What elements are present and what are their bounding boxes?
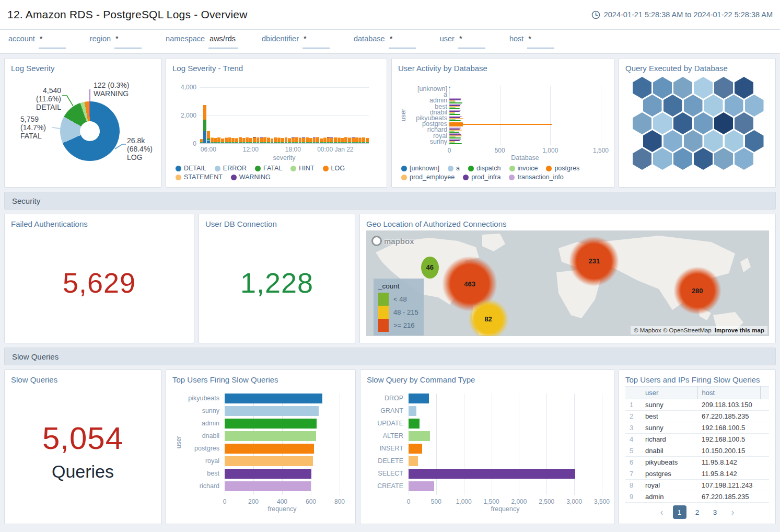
trend-bar[interactable] (302, 137, 305, 143)
geo-map[interactable]: mapbox _count < 4848 - 215>= 216 © Mapbo… (366, 230, 769, 336)
hex-cell[interactable] (633, 112, 651, 134)
hex-cell[interactable] (684, 95, 703, 117)
legend-item-statement[interactable]: STATEMENT (176, 174, 223, 181)
trend-bar[interactable] (330, 137, 333, 143)
log-severity-donut[interactable] (60, 101, 120, 161)
trend-bar[interactable] (292, 137, 295, 143)
hex-cell[interactable] (694, 112, 713, 134)
bar-pikyubeats[interactable] (225, 394, 322, 403)
bar-best[interactable] (225, 469, 311, 479)
bar-dispatch[interactable] (449, 108, 460, 109)
legend-item-a[interactable]: a (448, 165, 460, 172)
trend-bar[interactable] (288, 138, 291, 143)
hex-cell[interactable] (704, 95, 723, 117)
bar-[unknown][interactable] (449, 87, 450, 88)
trend-bar[interactable] (214, 138, 217, 143)
hex-cell[interactable] (714, 77, 733, 99)
hex-cell[interactable] (663, 130, 682, 152)
filter-value-input[interactable]: aws/rds (208, 34, 238, 49)
hex-cell[interactable] (673, 77, 692, 99)
hex-cell[interactable] (673, 112, 692, 134)
trend-bar[interactable] (253, 137, 256, 143)
legend-item-warning[interactable]: WARNING (231, 174, 271, 181)
filter-value-input[interactable]: * (389, 34, 416, 49)
trend-bar[interactable] (200, 139, 203, 143)
hex-cell[interactable] (653, 112, 672, 134)
bar-dnabil[interactable] (225, 431, 316, 441)
improve-map-link[interactable]: Improve this map (715, 327, 764, 333)
map-bubble-280[interactable]: 280 (674, 267, 721, 314)
trend-bar[interactable] (323, 137, 327, 143)
trend-bar[interactable] (274, 137, 277, 143)
column-header-index[interactable] (625, 387, 641, 399)
hex-cell[interactable] (704, 130, 723, 152)
bar-dispatch[interactable] (449, 137, 461, 138)
bar-dispatch[interactable] (449, 114, 460, 115)
trend-bar[interactable] (277, 137, 281, 143)
trend-bar[interactable] (242, 138, 246, 143)
trend-bar[interactable] (263, 137, 266, 143)
hex-cell[interactable] (684, 130, 703, 152)
trend-bar[interactable] (337, 137, 341, 143)
legend-item-error[interactable]: ERROR (215, 165, 247, 172)
bar-a[interactable] (449, 92, 450, 94)
map-bubble-46[interactable]: 46 (421, 257, 439, 279)
legend-item-unknown[interactable]: [unknown] (401, 165, 439, 172)
legend-item-prod_employee[interactable]: prod_employee (401, 174, 455, 181)
trend-bar[interactable] (211, 137, 214, 143)
hex-cell[interactable] (725, 130, 743, 152)
hex-cell[interactable] (694, 148, 713, 170)
legend-item-prod_infra[interactable]: prod_infra (463, 174, 500, 181)
page-button-3[interactable]: 3 (708, 505, 722, 519)
trend-bar[interactable] (231, 138, 235, 143)
hex-cell[interactable] (714, 148, 733, 170)
trend-bar[interactable] (348, 137, 351, 143)
trend-bar[interactable] (327, 137, 330, 143)
column-header-user[interactable]: user (641, 387, 697, 399)
trend-bar[interactable] (246, 137, 249, 143)
trend-bar[interactable] (281, 138, 284, 143)
trend-bar[interactable] (249, 138, 252, 143)
hex-cell[interactable] (633, 77, 651, 99)
trend-bar[interactable] (295, 137, 298, 143)
filter-value-input[interactable]: * (458, 34, 485, 49)
hex-cell[interactable] (633, 148, 651, 170)
bar-update[interactable] (409, 419, 420, 429)
filter-value-input[interactable]: * (114, 34, 142, 49)
bar-postgres[interactable] (225, 444, 314, 454)
bar-delete[interactable] (409, 456, 418, 466)
trend-bar[interactable] (355, 137, 358, 143)
hex-cell[interactable] (735, 148, 753, 170)
column-header-extra[interactable] (761, 387, 770, 399)
trend-bar[interactable] (362, 137, 365, 143)
trend-bar[interactable] (271, 138, 274, 143)
trend-bar[interactable] (352, 137, 355, 143)
bar-royal[interactable] (225, 456, 313, 466)
page-button-1[interactable]: 1 (673, 505, 686, 519)
section-header-security[interactable]: Security (4, 192, 776, 210)
hex-cell[interactable] (735, 77, 753, 99)
trend-bar[interactable] (334, 137, 337, 143)
trend-bar[interactable] (366, 138, 369, 143)
trend-bar[interactable] (306, 137, 309, 143)
legend-item-postgres[interactable]: postgres (546, 165, 579, 172)
page-button-2[interactable]: 2 (691, 505, 704, 519)
trend-bar[interactable] (316, 137, 319, 143)
bar-sunny[interactable] (225, 406, 319, 416)
trend-bar[interactable] (235, 138, 238, 143)
map-bubble-231[interactable]: 231 (569, 237, 619, 286)
trend-bar[interactable] (221, 138, 224, 143)
trend-bar[interactable] (267, 137, 270, 143)
hex-cell[interactable] (653, 148, 672, 170)
trend-bar[interactable] (358, 137, 362, 143)
chevron-right-icon[interactable]: › (726, 505, 740, 519)
hex-cell[interactable] (725, 95, 743, 117)
trend-bar[interactable] (320, 138, 323, 144)
bar-create[interactable] (409, 481, 434, 491)
map-bubble-82[interactable]: 82 (469, 299, 508, 336)
filter-value-input[interactable]: * (527, 34, 554, 49)
bar-richard[interactable] (225, 481, 311, 491)
legend-item-transaction_info[interactable]: transaction_info (509, 174, 563, 181)
trend-bar[interactable] (313, 137, 316, 143)
filter-value-input[interactable]: * (39, 34, 66, 49)
